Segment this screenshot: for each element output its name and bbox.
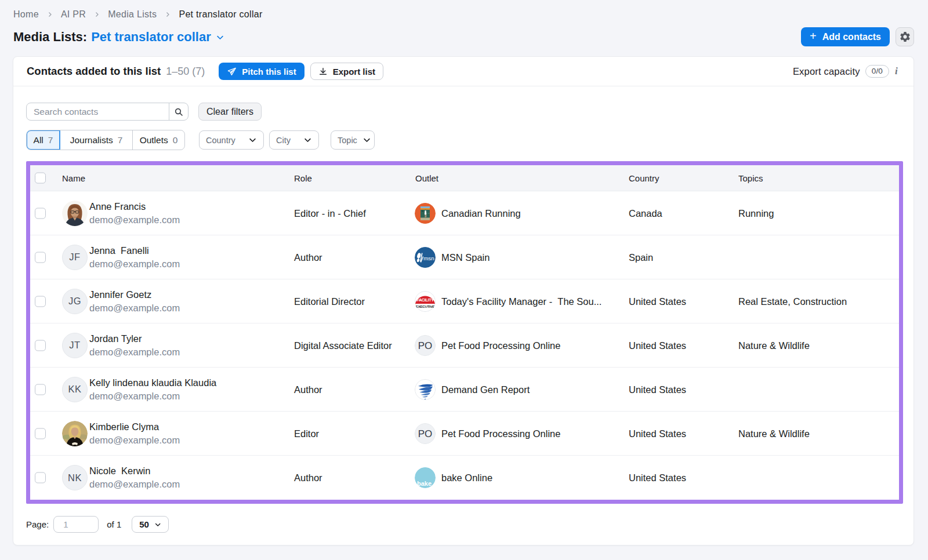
svg-text:bake: bake (417, 480, 432, 487)
svg-text:PO: PO (418, 428, 433, 439)
svg-text:PO: PO (418, 340, 433, 351)
svg-text:msn: msn (423, 254, 434, 261)
svg-text:EXECUTIVE: EXECUTIVE (416, 304, 435, 308)
svg-text:FACILITY: FACILITY (416, 297, 434, 302)
